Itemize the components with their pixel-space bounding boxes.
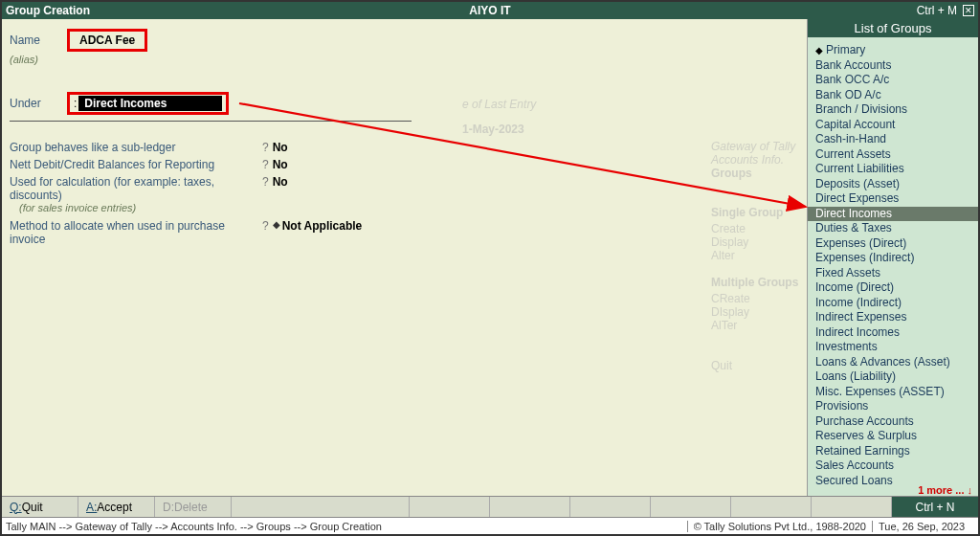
group-list-item[interactable]: Secured Loans <box>815 474 974 485</box>
group-list-item-label: Income (Direct) <box>815 280 894 294</box>
title-shortcut: Ctrl + M <box>917 4 957 17</box>
opt-nett-label: Nett Debit/Credit Balances for Reporting <box>10 158 258 171</box>
group-list-item[interactable]: Fixed Assets <box>815 266 974 281</box>
group-list-item-label: Deposits (Asset) <box>815 177 900 190</box>
group-list-item[interactable]: Reserves & Surplus <box>815 429 974 444</box>
opt-subledger-label: Group behaves like a sub-ledger <box>10 141 258 154</box>
ghost-date: 1-May-2023 <box>462 123 524 136</box>
accept-label: Accept <box>97 501 132 514</box>
quit-button[interactable]: Q: Quit <box>2 497 78 517</box>
group-list-item-label: Expenses (Direct) <box>815 236 906 250</box>
group-list-item-label: Expenses (Indirect) <box>815 251 914 264</box>
group-list-item[interactable]: Loans & Advances (Asset) <box>815 355 974 370</box>
buttonbar-seg <box>731 497 812 517</box>
group-list-item[interactable]: Cash-in-Hand <box>815 132 974 147</box>
ghost-alter: Alter <box>711 249 735 262</box>
group-list-item[interactable]: ◆Primary <box>815 43 974 58</box>
copyright-text: © Tally Solutions Pvt Ltd., 1988-2020 <box>687 521 873 532</box>
group-list-item-label: Retained Earnings <box>815 444 910 458</box>
title-bar: Group Creation AIYO IT Ctrl + M ✕ <box>2 2 978 19</box>
group-list-item[interactable]: Duties & Taxes <box>815 221 974 236</box>
group-list-item[interactable]: Sales Accounts <box>815 458 974 474</box>
opt-calc-sub: (for sales invoice entries) <box>19 202 136 213</box>
group-list-item-label: Branch / Divisions <box>815 102 907 116</box>
group-list-item[interactable]: Indirect Expenses <box>815 310 974 325</box>
group-list-item[interactable]: Deposits (Asset) <box>815 177 974 192</box>
opt-nett-value[interactable]: No <box>273 158 288 171</box>
group-list-item[interactable]: Expenses (Direct) <box>815 236 974 252</box>
group-creation-form: e of Last Entry 1-May-2023 Gateway of Ta… <box>2 19 808 496</box>
name-value: ADCA Fee <box>79 34 135 47</box>
breadcrumb: Tally MAIN --> Gateway of Tally --> Acco… <box>2 521 687 532</box>
group-list-item-label: Direct Incomes <box>815 207 892 220</box>
help-icon: ? <box>262 175 269 202</box>
group-items-container: ◆PrimaryBank AccountsBank OCC A/cBank OD… <box>808 37 978 484</box>
close-icon[interactable]: ✕ <box>963 5 974 16</box>
group-list-item-label: Cash-in-Hand <box>815 132 886 145</box>
buttonbar-seg <box>651 497 731 517</box>
group-list-item[interactable]: Direct Incomes <box>808 207 978 222</box>
list-of-groups-panel: List of Groups ◆PrimaryBank AccountsBank… <box>808 19 978 496</box>
accept-button[interactable]: A: Accept <box>78 497 155 517</box>
delete-key: D: <box>163 501 174 514</box>
group-list-item-label: Primary <box>826 43 865 56</box>
group-list-item-label: Reserves & Surplus <box>815 429 917 442</box>
group-list-item-label: Direct Expenses <box>815 191 899 205</box>
group-list-item[interactable]: Income (Direct) <box>815 280 974 296</box>
ctrl-n-button[interactable]: Ctrl + N <box>892 497 978 517</box>
list-of-groups-header: List of Groups <box>808 19 978 37</box>
group-list-item[interactable]: Loans (Liability) <box>815 369 974 385</box>
group-list-item[interactable]: Direct Expenses <box>815 191 974 207</box>
name-field[interactable]: ADCA Fee <box>67 29 147 52</box>
divider-line <box>10 121 412 122</box>
delete-label: Delete <box>174 501 208 514</box>
opt-calc-value[interactable]: No <box>273 175 288 202</box>
group-list-item-label: Loans (Liability) <box>815 369 896 383</box>
ghost-mdisplay: DIsplay <box>711 305 749 319</box>
quit-label: Quit <box>22 501 43 514</box>
group-list-item[interactable]: Indirect Incomes <box>815 325 974 341</box>
group-list-item[interactable]: Income (Indirect) <box>815 296 974 311</box>
group-list-item[interactable]: Branch / Divisions <box>815 102 974 118</box>
ghost-malter: AlTer <box>711 319 737 332</box>
ghost-mcreate: CReate <box>711 292 750 305</box>
group-list-item[interactable]: Capital Account <box>815 118 974 133</box>
opt-alloc-value[interactable]: Not Applicable <box>282 219 363 246</box>
quit-key: Q: <box>10 501 22 514</box>
buttonbar-seg <box>410 497 490 517</box>
ghost-multiple: Multiple Groups <box>711 276 798 289</box>
group-list-item-label: Indirect Expenses <box>815 310 906 324</box>
group-list-item[interactable]: Current Assets <box>815 147 974 163</box>
group-list-item[interactable]: Bank Accounts <box>815 58 974 74</box>
opt-subledger-value[interactable]: No <box>273 141 288 154</box>
group-list-item[interactable]: Investments <box>815 340 974 355</box>
group-list-item[interactable]: Bank OCC A/c <box>815 73 974 88</box>
list-more-indicator[interactable]: 1 more ... ↓ <box>808 484 978 496</box>
under-value: Direct Incomes <box>78 96 222 111</box>
group-list-item[interactable]: Bank OD A/c <box>815 88 974 103</box>
group-list-item[interactable]: Retained Earnings <box>815 444 974 459</box>
group-list-item[interactable]: Misc. Expenses (ASSET) <box>815 385 974 400</box>
under-label: Under <box>10 97 67 110</box>
status-date: Tue, 26 Sep, 2023 <box>873 521 978 532</box>
help-icon: ? <box>262 158 269 171</box>
colon-icon: : <box>74 97 77 110</box>
group-list-item[interactable]: Current Liabilities <box>815 162 974 177</box>
group-list-item[interactable]: Purchase Accounts <box>815 414 974 430</box>
delete-button: D: Delete <box>155 497 232 517</box>
under-field[interactable]: : Direct Incomes <box>67 92 229 115</box>
group-list-item-label: Sales Accounts <box>815 458 894 472</box>
help-icon: ? <box>262 141 269 154</box>
status-bar: Tally MAIN --> Gateway of Tally --> Acco… <box>2 517 978 534</box>
button-bar: Q: Quit A: Accept D: Delete Ctrl + N <box>2 496 978 517</box>
group-list-item[interactable]: Provisions <box>815 399 974 414</box>
title-left: Group Creation <box>6 4 90 17</box>
name-label: Name <box>10 34 67 47</box>
group-list-item[interactable]: Expenses (Indirect) <box>815 251 974 266</box>
title-center: AIYO IT <box>2 4 978 17</box>
help-icon: ? <box>262 219 269 246</box>
group-list-item-label: Current Assets <box>815 147 891 161</box>
accept-key: A: <box>86 501 97 514</box>
group-list-item-label: Duties & Taxes <box>815 221 892 234</box>
group-list-item-label: Purchase Accounts <box>815 414 914 428</box>
